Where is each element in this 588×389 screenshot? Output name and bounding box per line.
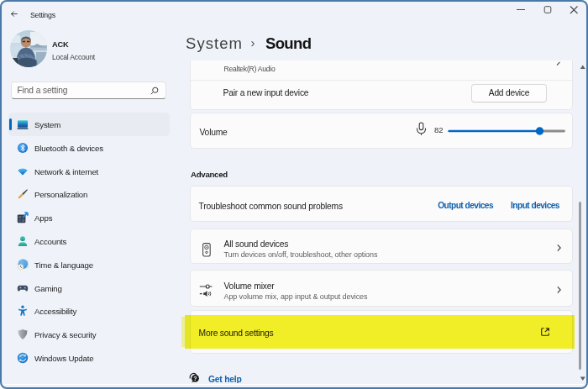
svg-text:?: ? xyxy=(193,376,197,381)
